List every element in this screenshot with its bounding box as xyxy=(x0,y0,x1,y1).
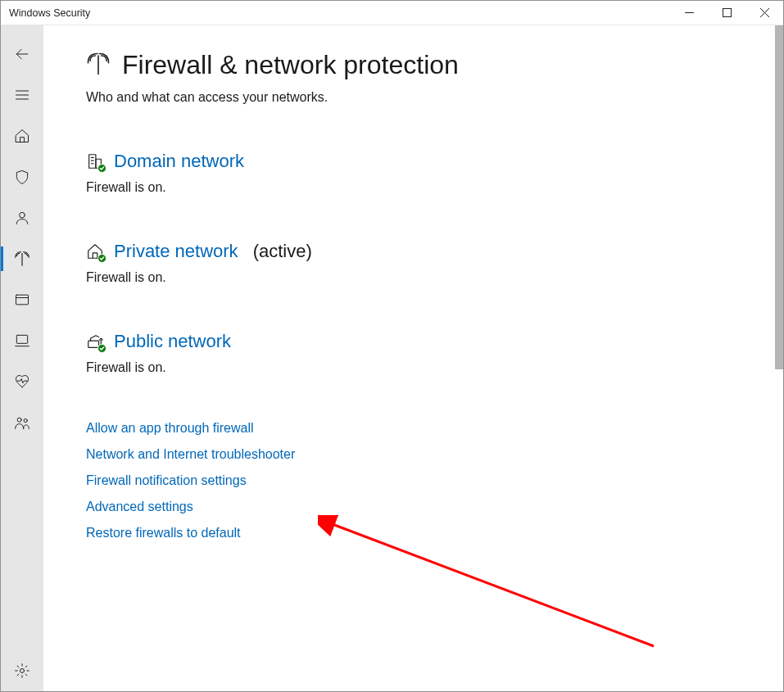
public-network-section: Public network Firewall is on. xyxy=(86,331,783,375)
maximize-button[interactable] xyxy=(708,1,745,25)
restore-defaults-link[interactable]: Restore firewalls to default xyxy=(86,526,783,540)
app-browser-icon xyxy=(14,292,30,308)
notifications-link[interactable]: Firewall notification settings xyxy=(86,473,783,488)
account-icon xyxy=(14,210,30,226)
scrollbar-thumb[interactable] xyxy=(775,25,783,369)
svg-point-15 xyxy=(24,418,27,422)
page-title: Firewall & network protection xyxy=(122,50,459,80)
domain-network-section: Domain network Firewall is on. xyxy=(86,151,783,195)
window-title: Windows Security xyxy=(9,7,90,19)
firewall-title-icon xyxy=(86,52,111,79)
public-network-icon xyxy=(86,332,104,351)
shield-icon xyxy=(14,169,30,185)
svg-rect-18 xyxy=(89,155,96,169)
gear-icon xyxy=(14,663,30,679)
private-network-active-label: (active) xyxy=(253,241,312,262)
domain-network-header: Domain network xyxy=(86,151,783,172)
back-arrow-icon xyxy=(14,46,30,62)
sidebar-item-firewall[interactable] xyxy=(1,238,43,279)
troubleshooter-link[interactable]: Network and Internet troubleshooter xyxy=(86,447,783,462)
public-network-header: Public network xyxy=(86,331,783,352)
minimize-icon xyxy=(685,8,694,17)
svg-rect-1 xyxy=(723,9,731,17)
heart-health-icon xyxy=(14,373,30,390)
status-ok-badge xyxy=(97,254,106,263)
maximize-icon xyxy=(723,8,732,17)
body: Firewall & network protection Who and wh… xyxy=(1,25,783,691)
page-subtitle: Who and what can access your networks. xyxy=(86,90,783,105)
sidebar-item-device-health[interactable] xyxy=(1,361,43,402)
svg-rect-12 xyxy=(16,335,27,343)
close-icon xyxy=(760,8,769,17)
svg-point-16 xyxy=(20,669,25,673)
titlebar: Windows Security xyxy=(1,1,783,25)
sidebar-item-family[interactable] xyxy=(1,402,43,443)
svg-point-14 xyxy=(17,418,21,422)
allow-app-link[interactable]: Allow an app through firewall xyxy=(86,421,783,436)
public-network-status: Firewall is on. xyxy=(86,360,783,375)
page-title-row: Firewall & network protection xyxy=(86,50,783,80)
sidebar-item-account[interactable] xyxy=(1,197,43,238)
private-network-link[interactable]: Private network xyxy=(114,241,238,262)
sidebar-item-home[interactable] xyxy=(1,115,43,156)
firewall-links: Allow an app through firewall Network an… xyxy=(86,421,783,540)
sidebar-item-settings[interactable] xyxy=(1,650,43,691)
sidebar xyxy=(1,25,43,691)
hamburger-icon xyxy=(14,87,30,103)
sidebar-item-virus[interactable] xyxy=(1,156,43,197)
home-icon xyxy=(14,128,30,144)
domain-network-status: Firewall is on. xyxy=(86,180,783,195)
status-ok-badge xyxy=(97,344,106,353)
domain-network-link[interactable]: Domain network xyxy=(114,151,244,172)
svg-rect-10 xyxy=(16,295,29,305)
minimize-button[interactable] xyxy=(670,1,708,25)
private-network-header: Private network (active) xyxy=(86,241,783,262)
private-network-icon xyxy=(86,242,104,260)
private-network-section: Private network (active) Firewall is on. xyxy=(86,241,783,285)
domain-network-icon xyxy=(86,152,104,170)
svg-line-26 xyxy=(330,523,654,646)
sidebar-item-app-browser[interactable] xyxy=(1,279,43,320)
private-network-status: Firewall is on. xyxy=(86,270,783,285)
content: Firewall & network protection Who and wh… xyxy=(43,25,783,691)
sidebar-item-device-security[interactable] xyxy=(1,320,43,361)
status-ok-badge xyxy=(97,164,106,173)
back-button[interactable] xyxy=(1,34,43,75)
advanced-settings-link[interactable]: Advanced settings xyxy=(86,500,783,514)
firewall-icon xyxy=(14,251,30,267)
device-security-icon xyxy=(14,332,30,349)
svg-point-8 xyxy=(20,212,25,218)
public-network-link[interactable]: Public network xyxy=(114,331,231,352)
menu-button[interactable] xyxy=(1,75,43,115)
close-button[interactable] xyxy=(745,1,783,25)
window: Windows Security xyxy=(0,0,784,692)
family-icon xyxy=(14,414,30,431)
